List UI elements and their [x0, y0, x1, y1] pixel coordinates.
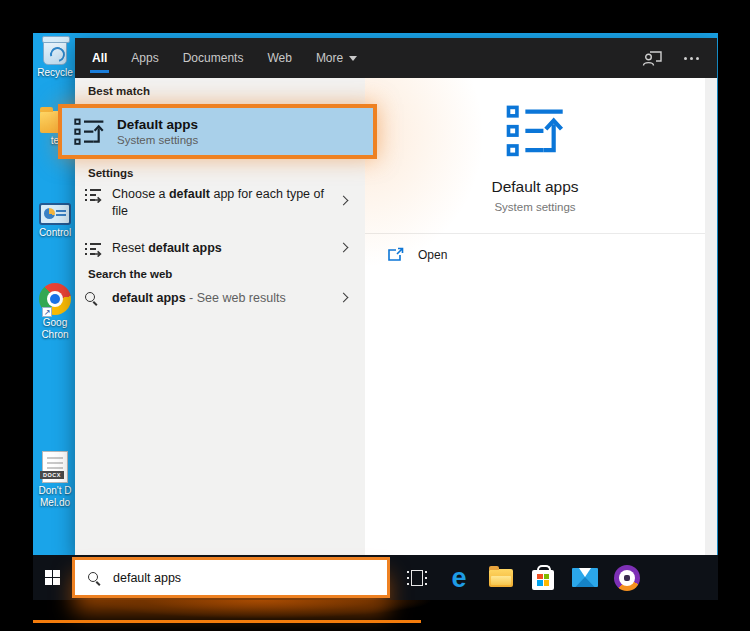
settings-list-icon — [84, 187, 102, 203]
desktop-icon-label: Don't D Mel.do — [33, 485, 77, 509]
file-explorer-icon — [489, 569, 513, 587]
chevron-right-icon — [339, 243, 349, 253]
search-flyout-header: All Apps Documents Web More — [75, 38, 717, 78]
open-label: Open — [418, 248, 447, 262]
preview-subtitle: System settings — [494, 201, 575, 213]
web-search-result[interactable]: default apps - See web results — [75, 290, 365, 307]
desktop-icon-label: Goog Chron — [33, 317, 77, 341]
desktop-icon-recycle-bin[interactable]: Recycle — [33, 39, 77, 79]
mail-taskbar-button[interactable] — [572, 565, 598, 591]
search-icon — [84, 291, 102, 305]
tab-documents[interactable]: Documents — [183, 38, 244, 78]
start-button[interactable] — [33, 555, 72, 600]
orange-line-decoration — [33, 620, 421, 623]
chevron-right-icon — [339, 196, 349, 206]
control-panel-icon — [39, 203, 71, 225]
setting-result-text: Reset default apps — [112, 240, 334, 257]
tab-web[interactable]: Web — [267, 38, 291, 78]
taskbar-search-value: default apps — [113, 571, 181, 585]
tab-apps[interactable]: Apps — [131, 38, 158, 78]
preview-title: Default apps — [491, 178, 578, 196]
tab-more[interactable]: More — [316, 38, 357, 78]
section-settings: Settings — [88, 167, 133, 179]
setting-result-choose-default-app[interactable]: Choose a default app for each type of fi… — [75, 186, 365, 220]
tab-all[interactable]: All — [92, 38, 107, 78]
default-apps-icon-large — [506, 105, 564, 158]
search-icon — [87, 571, 101, 585]
default-apps-icon — [74, 118, 104, 146]
taskbar: default apps e — [33, 555, 718, 600]
preview-pane: Default apps System settings Open — [365, 78, 705, 555]
mail-icon — [572, 568, 598, 587]
taskbar-search-box[interactable]: default apps — [72, 557, 390, 598]
best-match-subtitle: System settings — [117, 134, 198, 146]
settings-list-icon — [84, 241, 102, 257]
best-match-result[interactable]: Default apps System settings — [58, 104, 377, 159]
microsoft-store-icon — [532, 570, 554, 590]
microsoft-store-taskbar-button[interactable] — [530, 565, 556, 591]
open-action[interactable]: Open — [365, 234, 705, 275]
chevron-right-icon — [339, 293, 349, 303]
edge-taskbar-button[interactable]: e — [446, 565, 472, 591]
desktop: Recycle te Control ↗ Goog Chron DOCX Don… — [33, 33, 718, 600]
docx-badge: DOCX — [40, 471, 64, 479]
search-flyout: All Apps Documents Web More Best match — [75, 38, 717, 555]
section-search-the-web: Search the web — [88, 268, 172, 280]
chrome-icon: ↗ — [39, 283, 71, 315]
orange-glow-decoration — [88, 600, 433, 622]
desktop-icon-label: Control — [33, 227, 77, 239]
screenshot-frame: Recycle te Control ↗ Goog Chron DOCX Don… — [0, 0, 750, 631]
desktop-icon-google-chrome[interactable]: ↗ Goog Chron — [33, 283, 77, 341]
best-match-title: Default apps — [117, 117, 198, 132]
task-view-icon — [407, 570, 427, 586]
scrollbar-track[interactable] — [705, 78, 717, 555]
desktop-icon-docx-document[interactable]: DOCX Don't D Mel.do — [33, 451, 77, 509]
section-best-match: Best match — [88, 85, 150, 97]
desktop-icon-label: Recycle — [33, 67, 77, 79]
avast-browser-icon — [614, 565, 640, 591]
more-options-icon[interactable] — [684, 57, 699, 60]
open-icon — [387, 247, 404, 262]
setting-result-reset-default-apps[interactable]: Reset default apps — [75, 240, 365, 257]
web-result-text: default apps - See web results — [112, 290, 334, 307]
search-results-pane: Best match Default apps System — [75, 78, 365, 555]
desktop-icon-control-panel[interactable]: Control — [33, 203, 77, 239]
file-explorer-taskbar-button[interactable] — [488, 565, 514, 591]
edge-icon: e — [451, 565, 466, 591]
document-icon: DOCX — [42, 451, 68, 483]
account-icon[interactable] — [642, 49, 664, 67]
setting-result-text: Choose a default app for each type of fi… — [112, 186, 334, 220]
windows-logo-icon — [45, 570, 61, 586]
chevron-down-icon — [349, 56, 357, 61]
shortcut-arrow-icon: ↗ — [42, 307, 52, 317]
avast-browser-taskbar-button[interactable] — [614, 565, 640, 591]
recycle-bin-icon — [43, 39, 67, 65]
task-view-button[interactable] — [404, 565, 430, 591]
